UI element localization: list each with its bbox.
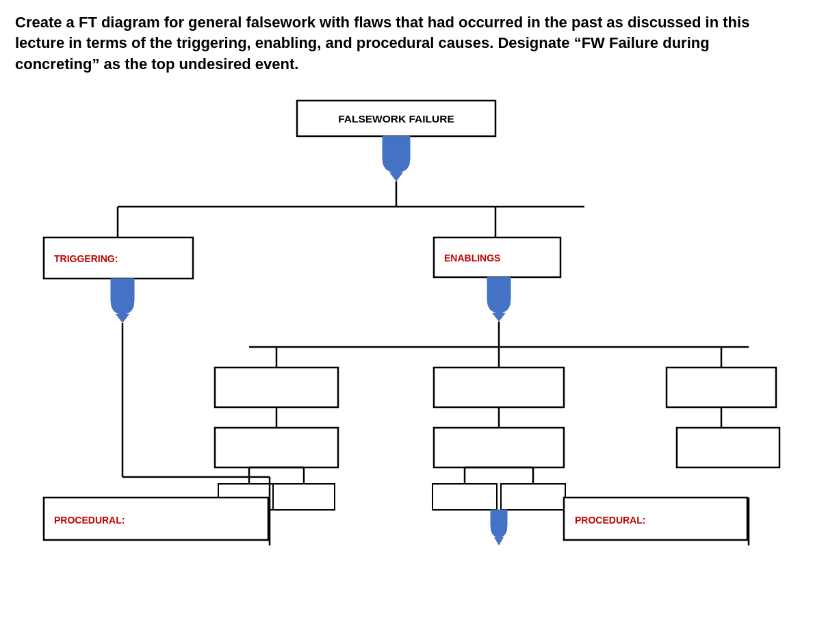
sub-box-2b (434, 428, 564, 467)
diagram-area: FALSEWORK FAILURE TRIGGERING: (16, 94, 797, 545)
svg-marker-1 (389, 172, 403, 181)
sub-box-3 (667, 368, 776, 407)
procedural-right-label: PROCEDURAL: (575, 515, 645, 526)
enablings-label: ENABLINGS (444, 253, 500, 263)
svg-marker-3 (492, 313, 506, 322)
svg-marker-12 (494, 537, 504, 545)
svg-rect-7 (273, 484, 335, 510)
procedural-left-label: PROCEDURAL: (54, 515, 125, 526)
triggering-label: TRIGGERING: (54, 253, 118, 264)
page: Create a FT diagram for general falsewor… (0, 0, 813, 644)
ft-diagram-svg: FALSEWORK FAILURE TRIGGERING: (16, 94, 797, 545)
sub-box-1 (215, 368, 338, 407)
sub-box-1b (215, 428, 338, 467)
and-gate-top (383, 136, 410, 181)
svg-marker-2 (116, 314, 129, 323)
and-gate-enablings (487, 277, 511, 322)
top-event-label: FALSEWORK FAILURE (338, 113, 454, 125)
and-gate-triggering (111, 279, 134, 323)
svg-rect-9 (433, 484, 497, 510)
question-text: Create a FT diagram for general falsewor… (15, 12, 795, 75)
sub-box-2 (434, 368, 564, 407)
and-gate-center (491, 510, 507, 545)
svg-rect-11 (501, 484, 565, 510)
sub-box-3b (677, 428, 779, 467)
